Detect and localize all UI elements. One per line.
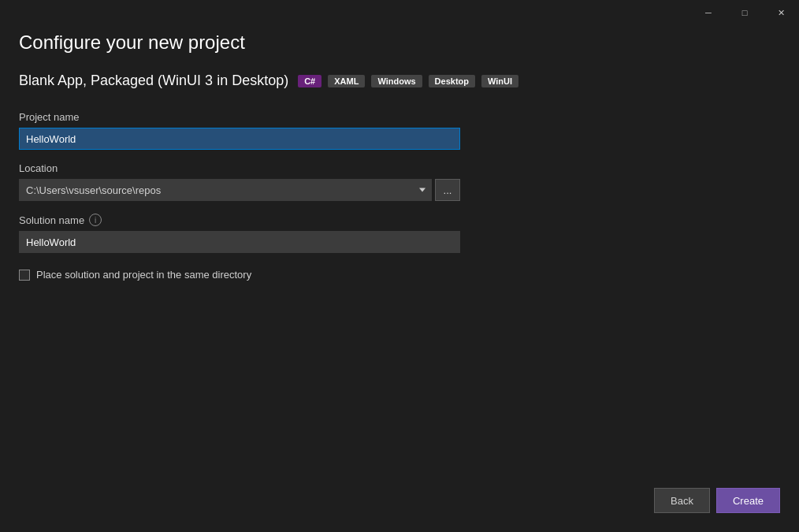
solution-name-info-icon[interactable]: i [89, 214, 102, 226]
solution-name-group: Solution name i [19, 214, 780, 253]
location-label: Location [19, 162, 780, 174]
same-directory-label: Place solution and project in the same d… [36, 269, 251, 281]
project-type-row: Blank App, Packaged (WinUI 3 in Desktop)… [19, 73, 780, 89]
close-icon: ✕ [778, 8, 785, 18]
title-bar: ─ □ ✕ [690, 0, 799, 25]
same-directory-row: Place solution and project in the same d… [19, 269, 780, 281]
location-row: C:\Users\vsuser\source\repos ... [19, 179, 780, 201]
bottom-bar: Back Create [654, 488, 780, 513]
project-type-name: Blank App, Packaged (WinUI 3 in Desktop) [19, 73, 288, 89]
tag-windows: Windows [371, 75, 422, 87]
project-name-label: Project name [19, 111, 780, 123]
same-directory-checkbox[interactable] [19, 270, 30, 281]
page-title: Configure your new project [19, 32, 780, 54]
project-name-group: Project name [19, 111, 780, 150]
minimize-button[interactable]: ─ [690, 0, 727, 25]
solution-name-label-row: Solution name i [19, 214, 780, 226]
solution-name-label: Solution name [19, 214, 84, 226]
location-select-wrapper: C:\Users\vsuser\source\repos [19, 179, 432, 201]
maximize-button[interactable]: □ [727, 0, 763, 25]
maximize-icon: □ [742, 8, 748, 17]
browse-button[interactable]: ... [435, 179, 460, 201]
back-button[interactable]: Back [654, 488, 710, 513]
close-button[interactable]: ✕ [763, 0, 799, 25]
location-group: Location C:\Users\vsuser\source\repos ..… [19, 162, 780, 201]
tag-winui: WinUI [481, 75, 518, 87]
minimize-icon: ─ [705, 8, 712, 17]
tag-desktop: Desktop [429, 75, 475, 87]
tag-xaml: XAML [328, 75, 365, 87]
project-name-input[interactable] [19, 128, 460, 150]
location-select[interactable]: C:\Users\vsuser\source\repos [19, 179, 432, 201]
create-button[interactable]: Create [716, 488, 780, 513]
solution-name-input[interactable] [19, 231, 460, 253]
main-content: Configure your new project Blank App, Pa… [0, 0, 799, 532]
tag-csharp: C# [298, 75, 321, 87]
